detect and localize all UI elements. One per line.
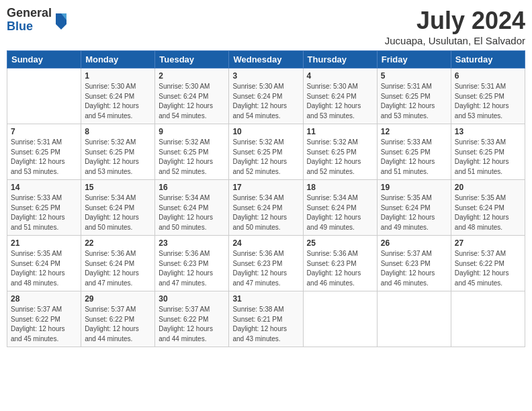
day-number: 6 [455, 71, 521, 81]
calendar-week-1: 1Sunrise: 5:30 AM Sunset: 6:24 PM Daylig… [7, 68, 525, 124]
cell-info: Sunrise: 5:32 AM Sunset: 6:25 PM Dayligh… [159, 138, 225, 177]
calendar-cell: 29Sunrise: 5:37 AM Sunset: 6:22 PM Dayli… [81, 291, 155, 347]
cell-info: Sunrise: 5:33 AM Sunset: 6:25 PM Dayligh… [381, 138, 447, 177]
day-number: 8 [85, 127, 151, 136]
cell-info: Sunrise: 5:32 AM Sunset: 6:25 PM Dayligh… [307, 138, 373, 177]
calendar-cell: 30Sunrise: 5:37 AM Sunset: 6:22 PM Dayli… [155, 291, 229, 347]
calendar-cell: 8Sunrise: 5:32 AM Sunset: 6:25 PM Daylig… [81, 124, 155, 180]
cell-info: Sunrise: 5:33 AM Sunset: 6:25 PM Dayligh… [455, 138, 521, 177]
cell-info: Sunrise: 5:35 AM Sunset: 6:24 PM Dayligh… [381, 193, 447, 232]
calendar-cell: 4Sunrise: 5:30 AM Sunset: 6:24 PM Daylig… [303, 68, 377, 124]
day-number: 14 [11, 183, 77, 192]
day-number: 11 [307, 127, 373, 136]
cell-info: Sunrise: 5:36 AM Sunset: 6:24 PM Dayligh… [85, 249, 151, 288]
calendar-cell: 22Sunrise: 5:36 AM Sunset: 6:24 PM Dayli… [81, 236, 155, 291]
calendar-cell: 26Sunrise: 5:37 AM Sunset: 6:23 PM Dayli… [377, 236, 451, 291]
day-number: 30 [159, 294, 225, 304]
calendar-cell [7, 68, 81, 124]
calendar-cell: 27Sunrise: 5:37 AM Sunset: 6:22 PM Dayli… [451, 236, 525, 291]
calendar-cell: 1Sunrise: 5:30 AM Sunset: 6:24 PM Daylig… [81, 68, 155, 124]
day-number: 2 [159, 71, 225, 81]
day-number: 26 [381, 238, 447, 248]
calendar-cell: 9Sunrise: 5:32 AM Sunset: 6:25 PM Daylig… [155, 124, 229, 180]
calendar-cell: 23Sunrise: 5:36 AM Sunset: 6:23 PM Dayli… [155, 236, 229, 291]
day-number: 25 [307, 238, 373, 248]
cell-info: Sunrise: 5:30 AM Sunset: 6:24 PM Dayligh… [159, 82, 225, 121]
calendar-cell: 5Sunrise: 5:31 AM Sunset: 6:25 PM Daylig… [377, 68, 451, 124]
calendar-cell: 13Sunrise: 5:33 AM Sunset: 6:25 PM Dayli… [451, 124, 525, 180]
day-number: 10 [232, 127, 299, 136]
day-number: 29 [85, 294, 151, 304]
cell-info: Sunrise: 5:32 AM Sunset: 6:25 PM Dayligh… [232, 138, 299, 177]
day-number: 23 [159, 238, 225, 248]
day-number: 28 [11, 294, 77, 304]
weekday-header-wednesday: Wednesday [229, 51, 303, 68]
calendar-cell [451, 291, 525, 347]
calendar-cell: 19Sunrise: 5:35 AM Sunset: 6:24 PM Dayli… [377, 180, 451, 236]
calendar-table: SundayMondayTuesdayWednesdayThursdayFrid… [7, 50, 525, 347]
cell-info: Sunrise: 5:30 AM Sunset: 6:24 PM Dayligh… [307, 82, 373, 121]
day-number: 4 [307, 71, 373, 81]
calendar-cell: 20Sunrise: 5:35 AM Sunset: 6:24 PM Dayli… [451, 180, 525, 236]
day-number: 9 [159, 127, 225, 136]
day-number: 20 [455, 183, 521, 192]
calendar-cell: 7Sunrise: 5:31 AM Sunset: 6:25 PM Daylig… [7, 124, 81, 180]
day-number: 21 [11, 238, 77, 248]
cell-info: Sunrise: 5:35 AM Sunset: 6:24 PM Dayligh… [11, 249, 77, 288]
calendar-cell: 15Sunrise: 5:34 AM Sunset: 6:24 PM Dayli… [81, 180, 155, 236]
logo-icon [53, 11, 69, 30]
cell-info: Sunrise: 5:37 AM Sunset: 6:22 PM Dayligh… [159, 305, 225, 344]
weekday-header-monday: Monday [81, 51, 155, 68]
cell-info: Sunrise: 5:38 AM Sunset: 6:21 PM Dayligh… [232, 305, 299, 344]
calendar-cell: 3Sunrise: 5:30 AM Sunset: 6:24 PM Daylig… [229, 68, 303, 124]
weekday-header-thursday: Thursday [303, 51, 377, 68]
cell-info: Sunrise: 5:37 AM Sunset: 6:22 PM Dayligh… [11, 305, 77, 344]
day-number: 27 [455, 238, 521, 248]
calendar-cell: 31Sunrise: 5:38 AM Sunset: 6:21 PM Dayli… [229, 291, 303, 347]
day-number: 31 [232, 294, 299, 304]
calendar-cell [377, 291, 451, 347]
day-number: 12 [381, 127, 447, 136]
calendar-cell: 28Sunrise: 5:37 AM Sunset: 6:22 PM Dayli… [7, 291, 81, 347]
day-number: 18 [307, 183, 373, 192]
cell-info: Sunrise: 5:34 AM Sunset: 6:24 PM Dayligh… [159, 193, 225, 232]
cell-info: Sunrise: 5:31 AM Sunset: 6:25 PM Dayligh… [11, 138, 77, 177]
day-number: 16 [159, 183, 225, 192]
calendar-body: 1Sunrise: 5:30 AM Sunset: 6:24 PM Daylig… [7, 68, 525, 347]
cell-info: Sunrise: 5:37 AM Sunset: 6:23 PM Dayligh… [381, 249, 447, 288]
calendar-cell: 14Sunrise: 5:33 AM Sunset: 6:25 PM Dayli… [7, 180, 81, 236]
cell-info: Sunrise: 5:34 AM Sunset: 6:24 PM Dayligh… [85, 193, 151, 232]
calendar-cell: 18Sunrise: 5:34 AM Sunset: 6:24 PM Dayli… [303, 180, 377, 236]
calendar-week-3: 14Sunrise: 5:33 AM Sunset: 6:25 PM Dayli… [7, 180, 525, 236]
logo-blue-text: Blue [7, 20, 52, 34]
cell-info: Sunrise: 5:34 AM Sunset: 6:24 PM Dayligh… [232, 193, 299, 232]
cell-info: Sunrise: 5:36 AM Sunset: 6:23 PM Dayligh… [307, 249, 373, 288]
weekday-header-tuesday: Tuesday [155, 51, 229, 68]
cell-info: Sunrise: 5:36 AM Sunset: 6:23 PM Dayligh… [159, 249, 225, 288]
calendar-cell: 25Sunrise: 5:36 AM Sunset: 6:23 PM Dayli… [303, 236, 377, 291]
weekday-header-friday: Friday [377, 51, 451, 68]
day-number: 7 [11, 127, 77, 136]
month-title: July 2024 [385, 7, 525, 35]
page-header: General Blue July 2024 Jucuapa, Usulutan… [7, 7, 525, 46]
day-number: 22 [85, 238, 151, 248]
cell-info: Sunrise: 5:30 AM Sunset: 6:24 PM Dayligh… [232, 82, 299, 121]
cell-info: Sunrise: 5:32 AM Sunset: 6:25 PM Dayligh… [85, 138, 151, 177]
cell-info: Sunrise: 5:37 AM Sunset: 6:22 PM Dayligh… [85, 305, 151, 344]
calendar-week-2: 7Sunrise: 5:31 AM Sunset: 6:25 PM Daylig… [7, 124, 525, 180]
cell-info: Sunrise: 5:31 AM Sunset: 6:25 PM Dayligh… [455, 82, 521, 121]
cell-info: Sunrise: 5:35 AM Sunset: 6:24 PM Dayligh… [455, 193, 521, 232]
logo: General Blue [7, 7, 69, 34]
title-section: July 2024 Jucuapa, Usulutan, El Salvador [385, 7, 525, 46]
calendar-cell: 11Sunrise: 5:32 AM Sunset: 6:25 PM Dayli… [303, 124, 377, 180]
calendar-cell: 16Sunrise: 5:34 AM Sunset: 6:24 PM Dayli… [155, 180, 229, 236]
calendar-cell: 24Sunrise: 5:36 AM Sunset: 6:23 PM Dayli… [229, 236, 303, 291]
weekday-header-saturday: Saturday [451, 51, 525, 68]
weekday-header-row: SundayMondayTuesdayWednesdayThursdayFrid… [7, 51, 525, 68]
location: Jucuapa, Usulutan, El Salvador [385, 35, 525, 46]
cell-info: Sunrise: 5:34 AM Sunset: 6:24 PM Dayligh… [307, 193, 373, 232]
cell-info: Sunrise: 5:36 AM Sunset: 6:23 PM Dayligh… [232, 249, 299, 288]
day-number: 3 [232, 71, 299, 81]
day-number: 5 [381, 71, 447, 81]
day-number: 1 [85, 71, 151, 81]
